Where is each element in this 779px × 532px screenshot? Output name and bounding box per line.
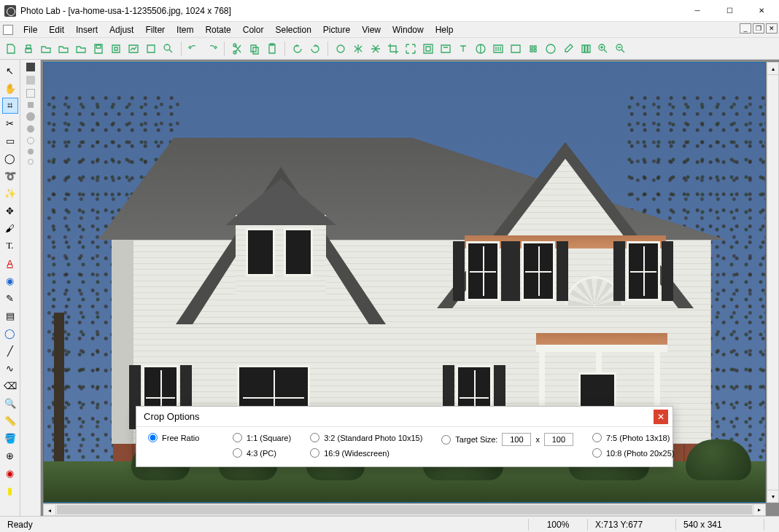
minimize-button[interactable]: ─ xyxy=(681,1,713,21)
hscroll-thumb[interactable] xyxy=(57,505,752,515)
tool-scissors[interactable]: ✂ xyxy=(2,115,18,131)
toolbar-import-image[interactable] xyxy=(125,41,142,57)
crop-ratio-10-8-radio[interactable] xyxy=(592,448,602,458)
tool-gradient[interactable]: ▤ xyxy=(2,308,18,324)
shape-circle-outline-2[interactable] xyxy=(28,159,34,165)
menu-rotate[interactable]: Rotate xyxy=(199,23,236,36)
menu-color[interactable]: Color xyxy=(237,23,270,36)
crop-ratio-10-8[interactable]: 10:8 (Photo 20x25) xyxy=(592,448,675,458)
toolbar-text[interactable] xyxy=(455,41,471,57)
tool-redeye[interactable]: ◉ xyxy=(2,465,18,481)
toolbar-undo[interactable] xyxy=(186,41,202,57)
toolbar-open-folder[interactable] xyxy=(55,41,71,57)
toolbar-center[interactable] xyxy=(420,41,436,57)
tool-stamp[interactable]: ◉ xyxy=(2,273,18,289)
crop-ratio-free-radio[interactable] xyxy=(148,433,158,442)
crop-ratio-3-2[interactable]: 3:2 (Standard Photo 10x15) xyxy=(310,433,422,442)
toolbar-color-balance[interactable] xyxy=(543,41,559,57)
crop-panel-header[interactable]: Crop Options ✕ xyxy=(136,407,673,427)
toolbar-free-rotate[interactable] xyxy=(333,41,349,57)
crop-ratio-free[interactable]: Free Ratio xyxy=(148,433,214,442)
shape-circle-outline[interactable] xyxy=(27,137,34,144)
crop-ratio-7-5[interactable]: 7:5 (Photo 13x18) xyxy=(592,433,675,442)
shape-filled-square[interactable] xyxy=(26,63,35,71)
toolbar-copy[interactable] xyxy=(247,41,263,57)
tool-bucket[interactable]: 🪣 xyxy=(2,430,18,446)
crop-ratio-4-3[interactable]: 4:3 (PC) xyxy=(233,448,291,458)
toolbar-channels[interactable] xyxy=(578,41,594,57)
toolbar-crop[interactable] xyxy=(385,41,401,57)
shape-circle-3[interactable] xyxy=(28,149,34,154)
toolbar-browse[interactable] xyxy=(160,41,177,57)
menu-edit[interactable]: Edit xyxy=(43,23,70,36)
toolbar-eyedropper[interactable] xyxy=(560,41,576,57)
crop-target-size-radio[interactable] xyxy=(441,435,451,445)
scroll-left-button[interactable]: ◂ xyxy=(44,505,56,516)
tool-move[interactable]: ✥ xyxy=(2,203,18,219)
crop-ratio-3-2-radio[interactable] xyxy=(310,433,319,442)
toolbar-new[interactable] xyxy=(3,41,19,57)
tool-ellipse-select[interactable]: ◯ xyxy=(2,150,18,166)
toolbar-redo[interactable] xyxy=(204,41,220,57)
toolbar-open[interactable] xyxy=(38,41,54,57)
toolbar-recent[interactable] xyxy=(73,41,89,57)
scroll-up-button[interactable]: ▴ xyxy=(767,63,778,75)
toolbar-text-box[interactable] xyxy=(438,41,454,57)
crop-target-width[interactable] xyxy=(502,433,531,446)
mdi-minimize[interactable]: _ xyxy=(740,23,751,34)
toolbar-print-preview[interactable] xyxy=(143,41,159,57)
close-button[interactable]: ✕ xyxy=(745,1,778,21)
toolbar-flip-h[interactable] xyxy=(350,41,366,57)
toolbar-zoom-in[interactable] xyxy=(595,41,611,57)
toolbar-export[interactable] xyxy=(108,41,124,57)
tool-crop[interactable]: ⌗ xyxy=(2,98,18,114)
vertical-scrollbar[interactable]: ▴ ▾ xyxy=(767,62,779,503)
menu-adjust[interactable]: Adjust xyxy=(104,23,139,36)
tool-zoom[interactable]: 🔍 xyxy=(2,395,18,411)
toolbar-zoom-out[interactable] xyxy=(613,41,629,57)
crop-ratio-4-3-radio[interactable] xyxy=(233,448,242,458)
toolbar-flip-v[interactable] xyxy=(368,41,384,57)
tool-line[interactable]: ╱ xyxy=(2,343,18,359)
maximize-button[interactable]: ☐ xyxy=(713,1,745,21)
horizontal-scrollbar[interactable]: ◂ ▸ xyxy=(43,504,766,516)
menu-item[interactable]: Item xyxy=(171,23,199,36)
crop-target-size[interactable]: Target Size: xyxy=(441,435,497,445)
shape-small-square[interactable] xyxy=(28,102,34,108)
tool-text[interactable]: T. xyxy=(2,238,18,254)
toolbar-fit[interactable] xyxy=(403,41,419,57)
crop-target-height[interactable] xyxy=(544,433,573,446)
crop-ratio-16-9-radio[interactable] xyxy=(310,448,319,458)
toolbar-rotate-ccw[interactable] xyxy=(290,41,306,57)
tool-eraser[interactable]: ⌫ xyxy=(2,378,18,394)
crop-ratio-16-9[interactable]: 16:9 (Widescreen) xyxy=(310,448,422,458)
shape-outline-square[interactable] xyxy=(26,89,35,98)
menu-selection[interactable]: Selection xyxy=(269,23,317,36)
tool-wand[interactable]: ✨ xyxy=(2,185,18,201)
toolbar-palette[interactable] xyxy=(525,41,541,57)
toolbar-print[interactable] xyxy=(20,41,36,57)
shape-filled-square-alt[interactable] xyxy=(26,76,35,85)
menu-file[interactable]: File xyxy=(18,23,43,36)
menu-window[interactable]: Window xyxy=(387,23,430,36)
scroll-right-button[interactable]: ▸ xyxy=(753,504,765,515)
tool-shape-ellipse[interactable]: ◯ xyxy=(2,325,18,341)
mdi-close[interactable]: ✕ xyxy=(766,23,778,34)
crop-ratio-1-1-radio[interactable] xyxy=(233,433,242,442)
toolbar-contrast[interactable] xyxy=(473,41,489,57)
tool-rect-select[interactable]: ▭ xyxy=(2,133,18,149)
toolbar-grayscale[interactable] xyxy=(508,41,524,57)
tool-hand[interactable]: ✋ xyxy=(2,80,18,96)
menu-filter[interactable]: Filter xyxy=(139,23,171,36)
crop-ratio-7-5-radio[interactable] xyxy=(592,433,602,442)
crop-panel-close[interactable]: ✕ xyxy=(654,410,668,424)
menu-help[interactable]: Help xyxy=(430,23,460,36)
menu-view[interactable]: View xyxy=(356,23,387,36)
mdi-restore[interactable]: ❐ xyxy=(753,23,764,34)
scroll-down-button[interactable]: ▾ xyxy=(767,490,778,502)
toolbar-cut[interactable] xyxy=(229,41,245,57)
menu-picture[interactable]: Picture xyxy=(317,23,356,36)
crop-ratio-1-1[interactable]: 1:1 (Square) xyxy=(233,433,291,442)
toolbar-levels[interactable] xyxy=(490,41,506,57)
menu-insert[interactable]: Insert xyxy=(70,23,104,36)
